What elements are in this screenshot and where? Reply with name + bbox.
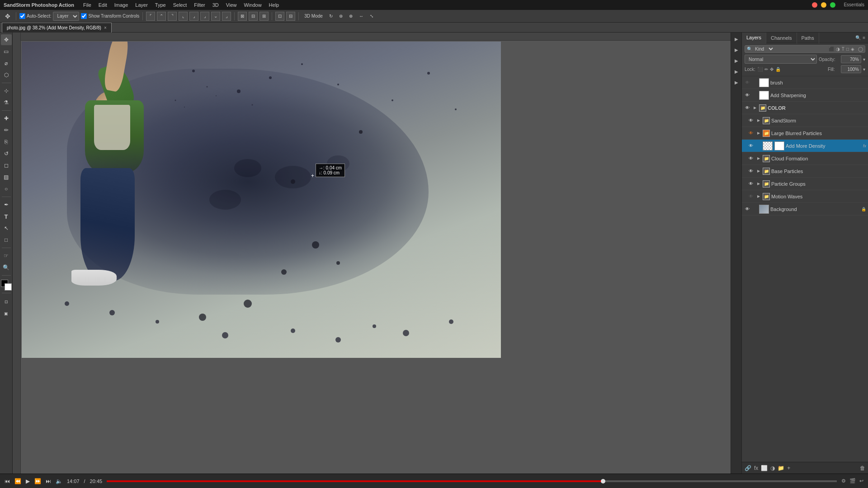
blend-mode-select[interactable]: Normal Multiply Screen Overlay bbox=[745, 55, 817, 64]
layer-expand-cloud-formation[interactable]: ▶ bbox=[756, 156, 761, 161]
menu-edit[interactable]: Edit bbox=[99, 2, 107, 8]
crop-tool[interactable]: ⊹ bbox=[1, 85, 12, 96]
clone-stamp-tool[interactable]: ⎘ bbox=[1, 136, 12, 147]
lock-paint-icon[interactable]: ✏ bbox=[764, 67, 768, 72]
layer-expand-add-sharpening[interactable] bbox=[752, 93, 758, 98]
healing-brush-tool[interactable]: ✚ bbox=[1, 113, 12, 124]
menu-help[interactable]: Help bbox=[269, 2, 279, 8]
layer-visibility-large-blurred-particles[interactable]: 👁 bbox=[747, 130, 755, 137]
layer-visibility-brush[interactable]: 👁 bbox=[744, 79, 751, 86]
menu-view[interactable]: View bbox=[226, 2, 237, 8]
adjustment-layer-button[interactable]: ◑ bbox=[770, 465, 775, 471]
layer-visibility-particle-groups[interactable]: 👁 bbox=[747, 180, 755, 188]
menu-file[interactable]: File bbox=[83, 2, 91, 8]
background-color[interactable] bbox=[5, 283, 12, 291]
layer-item-background[interactable]: 👁 Background 🔒 bbox=[742, 203, 868, 216]
dodge-tool[interactable]: ○ bbox=[1, 183, 12, 194]
panel-search-icon[interactable]: 🔍 bbox=[855, 35, 861, 40]
canvas-image[interactable]: →: 0.04 cm ↓: 0.09 cm + bbox=[22, 42, 501, 358]
layer-item-add-sharpening[interactable]: 👁 Add Sharpening bbox=[742, 89, 868, 102]
transform-tl[interactable]: ⌜ bbox=[146, 12, 155, 21]
timeline-scrubber[interactable] bbox=[601, 479, 605, 483]
transform-btn-5[interactable]: ⊡ bbox=[275, 12, 284, 21]
layer-expand-add-more-density[interactable] bbox=[756, 143, 761, 149]
scale-3d-button[interactable]: ⤡ bbox=[368, 11, 376, 21]
rect-marquee-tool[interactable]: ▭ bbox=[1, 46, 12, 57]
layer-expand-particle-groups[interactable]: ▶ bbox=[756, 181, 761, 187]
transform-btn-4[interactable]: ⊞ bbox=[259, 12, 269, 21]
move-tool-button[interactable]: ✥ bbox=[3, 11, 13, 21]
panel-collapse-2[interactable]: ▶ bbox=[732, 45, 741, 54]
play-end-button[interactable]: ⏭ bbox=[46, 478, 51, 484]
menu-window[interactable]: Window bbox=[244, 2, 261, 8]
screen-mode-tool[interactable]: ▣ bbox=[1, 308, 12, 319]
tab-paths[interactable]: Paths bbox=[797, 33, 819, 43]
layer-visibility-sandstorm[interactable]: 👁 bbox=[747, 117, 755, 124]
slide-3d-button[interactable]: ↔ bbox=[357, 11, 366, 21]
panel-collapse-5[interactable]: ▶ bbox=[732, 78, 741, 87]
essentials-label[interactable]: Essentials bbox=[844, 2, 864, 8]
layer-expand-background[interactable] bbox=[752, 206, 758, 212]
layer-item-cloud-formation[interactable]: 👁 ▶ 📁 Cloud Formation bbox=[742, 152, 868, 165]
layer-kind-select[interactable]: Kind Name Effect Mode bbox=[753, 46, 774, 52]
lock-all-icon[interactable]: 🔒 bbox=[775, 67, 781, 72]
auto-select-checkbox[interactable] bbox=[19, 13, 25, 19]
layer-visibility-background[interactable]: 👁 bbox=[744, 206, 751, 213]
canvas-area[interactable]: →: 0.04 cm ↓: 0.09 cm + bbox=[13, 33, 731, 474]
layer-item-base-particles[interactable]: 👁 ▶ 📁 Base Particles bbox=[742, 165, 868, 178]
filter-adjust-icon[interactable]: ◑ bbox=[836, 47, 840, 52]
prev-frame-button[interactable]: ⏪ bbox=[14, 478, 21, 484]
minimize-window-button[interactable] bbox=[821, 2, 826, 8]
layer-expand-sandstorm[interactable]: ▶ bbox=[756, 118, 761, 123]
fill-input[interactable] bbox=[841, 65, 861, 73]
rotate-3d-button[interactable]: ↻ bbox=[327, 11, 335, 21]
shape-tool[interactable]: □ bbox=[1, 235, 12, 245]
menu-layer[interactable]: Layer bbox=[135, 2, 148, 8]
layer-visibility-cloud-formation[interactable]: 👁 bbox=[747, 155, 755, 162]
show-transform-checkbox[interactable] bbox=[81, 13, 87, 19]
brush-tool[interactable]: ✏ bbox=[1, 125, 12, 136]
tab-layers[interactable]: Layers bbox=[742, 33, 766, 43]
layer-expand-motion-waves[interactable]: ▶ bbox=[756, 194, 761, 199]
layer-item-sandstorm[interactable]: 👁 ▶ 📁 SandStorm bbox=[742, 114, 868, 127]
menu-3d[interactable]: 3D bbox=[212, 2, 219, 8]
layer-item-large-blurred-particles[interactable]: 👁 ▶ 📁 Large Blurred Particles bbox=[742, 127, 868, 140]
lock-transparent-icon[interactable]: ⬛ bbox=[757, 67, 763, 72]
hand-tool[interactable]: ☞ bbox=[1, 250, 12, 261]
transform-btn-2[interactable]: ⊠ bbox=[238, 12, 247, 21]
opacity-input[interactable] bbox=[841, 55, 861, 63]
timeline-loop-icon[interactable]: ↩ bbox=[859, 478, 863, 484]
filter-shape-icon[interactable]: □ bbox=[846, 47, 849, 52]
add-style-button[interactable]: fx bbox=[754, 465, 758, 471]
delete-layer-button[interactable]: 🗑 bbox=[860, 465, 865, 471]
layer-visibility-color[interactable]: 👁 bbox=[744, 104, 751, 112]
auto-select-type-select[interactable]: Layer Group bbox=[53, 12, 79, 21]
layers-list[interactable]: 👁 brush 👁 Add Sharpening 👁 ▶ bbox=[742, 76, 868, 462]
layer-item-color[interactable]: 👁 ▶ 📁 COLOR bbox=[742, 102, 868, 114]
lasso-tool[interactable]: ⌀ bbox=[1, 58, 12, 69]
new-layer-button[interactable]: + bbox=[787, 465, 790, 471]
audio-button[interactable]: 🔈 bbox=[56, 478, 62, 484]
layer-expand-brush[interactable] bbox=[752, 80, 758, 85]
layer-visibility-add-sharpening[interactable]: 👁 bbox=[744, 92, 751, 99]
filter-pixel-icon[interactable]: ⬛ bbox=[829, 47, 834, 52]
opacity-arrow-icon[interactable]: ▾ bbox=[863, 57, 865, 62]
add-mask-button[interactable]: ⬜ bbox=[761, 465, 768, 471]
text-tool[interactable]: T bbox=[1, 211, 12, 222]
layer-expand-base-particles[interactable]: ▶ bbox=[756, 169, 761, 174]
transform-ml[interactable]: ⌞ bbox=[179, 12, 188, 21]
layer-item-particle-groups[interactable]: 👁 ▶ 📁 Particle Groups bbox=[742, 178, 868, 190]
zoom-tool[interactable]: 🔍 bbox=[1, 262, 12, 273]
panel-collapse-1[interactable]: ▶ bbox=[732, 34, 741, 43]
tab-close-button[interactable]: × bbox=[104, 25, 107, 30]
transform-bl[interactable]: ⌟ bbox=[200, 12, 209, 21]
orbit-3d-button[interactable]: ⊛ bbox=[337, 11, 345, 21]
group-layers-button[interactable]: 📁 bbox=[778, 465, 784, 471]
timeline-progress[interactable] bbox=[107, 480, 837, 482]
panel-menu-button[interactable]: ≡ bbox=[863, 35, 865, 40]
layer-item-brush[interactable]: 👁 brush bbox=[742, 76, 868, 89]
layer-item-motion-waves[interactable]: 👁 ▶ 📁 Motion Waves bbox=[742, 190, 868, 203]
filter-type-icon[interactable]: T bbox=[842, 47, 844, 52]
quick-select-tool[interactable]: ⬡ bbox=[1, 70, 12, 80]
document-tab[interactable]: photo.jpg @ 38.2% (Add More Density, RGB… bbox=[2, 23, 112, 33]
